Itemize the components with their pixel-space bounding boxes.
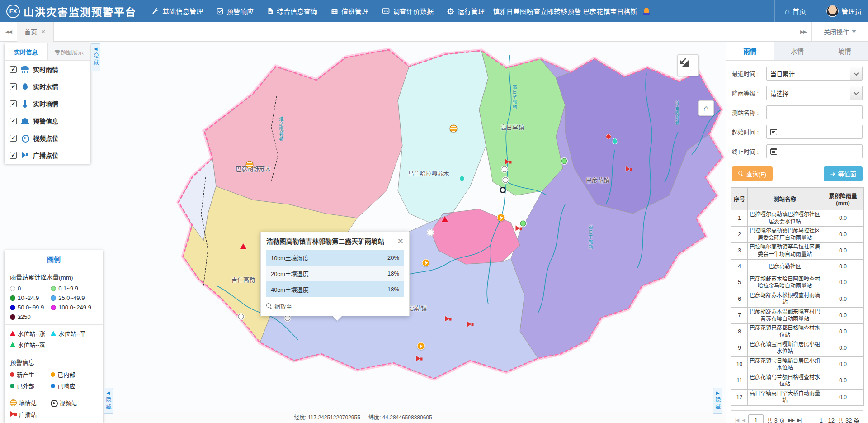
tab-scroll-right-icon[interactable]: ▶▶	[795, 29, 811, 35]
main-menu: 基础信息管理 预警响应 综合信息查询 值班管理 调查评价数据 运行管理	[152, 6, 485, 16]
start-time-picker[interactable]	[766, 125, 863, 139]
checkbox[interactable]: ✓	[10, 118, 17, 124]
white-circle-marker[interactable]	[502, 166, 508, 172]
popup-title: 浩勒图高勒镇吉林郭勒第二露天矿雨墒站	[266, 238, 388, 246]
checkbox[interactable]: ✓	[10, 100, 17, 107]
table-row[interactable]: 5巴彦胡舒苏木哈日阿图嘎查村哈拉金马哈自动雨量站0.0	[731, 275, 864, 291]
query-panel-collapse-button[interactable]: ▶ 隐藏	[713, 388, 722, 414]
cyan-drop-marker[interactable]	[460, 175, 465, 181]
map-canvas[interactable]: 巴彦胡舒苏木乌兰哈拉嘎苏木高日罕镇巴彦花镇吉仁高勒浩勒图高勒镇 迪彦嘎郭勒高日罕…	[0, 42, 726, 423]
rain-level-select[interactable]: 请选择	[766, 86, 863, 100]
station-name-input[interactable]	[766, 105, 863, 119]
menu-item-warning-response[interactable]: 预警响应	[217, 6, 254, 16]
red-triangle-marker[interactable]	[240, 243, 246, 249]
lightning-marker[interactable]	[422, 259, 430, 267]
longitude-readout: 经度: 117.24251220702955	[294, 413, 360, 421]
table-row[interactable]: 2巴拉嘎尔高勒镇巴彦乌拉社区居委会砖厂自动雨量站0.0	[731, 227, 864, 243]
speaker-marker[interactable]	[515, 226, 522, 232]
layer-item-broadcast[interactable]: ✓ 广播点位	[5, 147, 90, 164]
table-row[interactable]: 12高日罕镇高日罕大桥自动雨量站0.0	[731, 389, 864, 405]
checkbox[interactable]: ✓	[10, 83, 17, 90]
red-dot-marker[interactable]	[606, 134, 611, 139]
table-row[interactable]: 6巴彦胡舒苏木松根嘎查村雨墒站0.0	[731, 291, 864, 307]
tab-soil[interactable]: 墒情	[821, 42, 868, 60]
speaker-marker[interactable]	[445, 316, 452, 322]
popup-close-icon[interactable]: ✕	[397, 238, 404, 245]
legend-item: 水位站--涨	[10, 329, 51, 337]
legend-collapse-button[interactable]: ◀ 隐藏	[104, 388, 113, 414]
table-row[interactable]: 8巴彦花镇巴彦都日格嘎查村水位站0.0	[731, 324, 864, 340]
menu-item-info-query[interactable]: 综合信息查询	[267, 6, 317, 16]
lightning-marker[interactable]	[417, 342, 425, 350]
home-link[interactable]: ⌂ 首页	[785, 6, 806, 16]
speaker-marker[interactable]	[467, 322, 474, 328]
last-page-icon[interactable]: ▶|	[797, 418, 801, 423]
white-circle-marker[interactable]	[503, 177, 509, 183]
zoom-to-link[interactable]: 缩放至	[261, 297, 409, 316]
legend-swatch	[51, 372, 55, 377]
arrow-right-icon: ➜	[830, 170, 835, 177]
user-menu[interactable]: 管理员	[826, 5, 862, 17]
table-row[interactable]: 7巴彦胡舒苏木温都来嘎查村巴音苏布嘎自动雨量站0.0	[731, 307, 864, 323]
col-header-station: 测站名称	[748, 188, 822, 210]
checkbox[interactable]: ✓	[10, 66, 17, 73]
tab-home[interactable]: 首页 ✕	[17, 22, 54, 42]
speaker-marker[interactable]	[416, 356, 423, 362]
menu-item-duty[interactable]: 值班管理	[331, 6, 368, 16]
layer-item-rain[interactable]: ✓ 实时雨情	[5, 61, 90, 78]
water-drop-icon	[21, 82, 29, 90]
soil-marker[interactable]	[450, 125, 458, 133]
document-icon	[267, 8, 274, 15]
green-circle-marker[interactable]	[561, 158, 567, 164]
tab-scroll-left-icon[interactable]: ◀◀	[0, 29, 17, 35]
table-row[interactable]: 4巴彦高勒社区0.0	[731, 259, 864, 275]
stations-table: 序号 测站名称 累积降雨量(mm) 1巴拉嘎尔高勒镇巴拉嘎尔社区居委会水位站0.…	[731, 187, 864, 406]
menu-item-basic-info[interactable]: 基础信息管理	[152, 6, 203, 16]
layer-item-video[interactable]: ✓ 视频点位	[5, 129, 90, 147]
cyan-drop-marker[interactable]	[613, 138, 618, 144]
checkbox[interactable]: ✓	[10, 135, 17, 142]
table-row[interactable]: 10巴彦花镇宝日嘎斯台居民小组水位站0.0	[731, 356, 864, 373]
white-circle-marker[interactable]	[238, 314, 244, 320]
checkbox[interactable]: ✓	[10, 152, 17, 159]
legend-rain-levels: 00.1~9.910~24.925.0~49.950.0~99.9100.0~2…	[10, 285, 98, 320]
menu-item-survey-data[interactable]: 调查评价数据	[382, 6, 434, 16]
legend-rain-title: 雨量站累计降水量(mm)	[10, 272, 98, 281]
next-page-icon[interactable]: ▶▶	[788, 418, 794, 423]
recent-time-select[interactable]: 当日累计	[766, 67, 863, 81]
black-ring-marker[interactable]	[500, 187, 506, 193]
tab-rain[interactable]: 雨情	[726, 42, 774, 60]
map-home-button[interactable]: ⌂	[698, 100, 714, 116]
close-operations-dropdown[interactable]: 关闭操作	[811, 22, 868, 41]
tab-close-icon[interactable]: ✕	[41, 28, 46, 35]
layer-item-warning[interactable]: ✓ 预警信息	[5, 112, 90, 129]
layers-panel-collapse-button[interactable]: ◀ 隐藏	[91, 43, 100, 71]
popup-row: 10cm土壤湿度 20%	[266, 250, 404, 266]
speaker-marker[interactable]	[626, 166, 632, 172]
alert-ticker[interactable]: 镇雅日盖图嘎查立即转移预警 巴彦花镇宝日格斯	[493, 6, 766, 16]
prev-page-icon[interactable]: ◀	[742, 418, 745, 423]
tab-realtime-info[interactable]: 实时信息	[5, 43, 47, 60]
table-row[interactable]: 1巴拉嘎尔高勒镇巴拉嘎尔社区居委会水位站0.0	[731, 210, 864, 227]
white-circle-marker[interactable]	[428, 230, 434, 236]
table-row[interactable]: 3巴拉嘎尔高勒镇罕乌拉社区居委会一牛场自动雨量站0.0	[731, 243, 864, 259]
isoline-button[interactable]: ➜ 等值面	[824, 166, 863, 181]
overview-map-toggle-button[interactable]	[677, 54, 699, 76]
tab-thematic-maps[interactable]: 专题图展示	[47, 43, 91, 60]
table-row[interactable]: 11巴彦花镇乌兰额日格嘎查村水位站0.0	[731, 373, 864, 389]
end-time-picker[interactable]	[766, 144, 863, 158]
soil-marker[interactable]	[246, 161, 254, 169]
red-triangle-marker[interactable]	[442, 216, 448, 222]
table-row[interactable]: 9巴彦花镇宝日嘎斯台居民小组水位站0.0	[731, 340, 864, 356]
page-number-input[interactable]	[748, 414, 764, 423]
speaker-marker[interactable]	[505, 159, 512, 165]
layer-item-soil[interactable]: ✓ 实时墒情	[5, 95, 90, 112]
lightning-marker[interactable]	[497, 214, 505, 222]
menu-item-operation[interactable]: 运行管理	[447, 6, 485, 16]
layer-item-water[interactable]: ✓ 实时水情	[5, 78, 90, 95]
tab-water[interactable]: 水情	[774, 42, 821, 60]
first-page-icon[interactable]: |◀	[735, 418, 739, 423]
legend-item: 水位站--落	[10, 340, 51, 349]
calendar-icon	[770, 148, 777, 155]
query-button[interactable]: 查询(F)	[732, 166, 773, 181]
